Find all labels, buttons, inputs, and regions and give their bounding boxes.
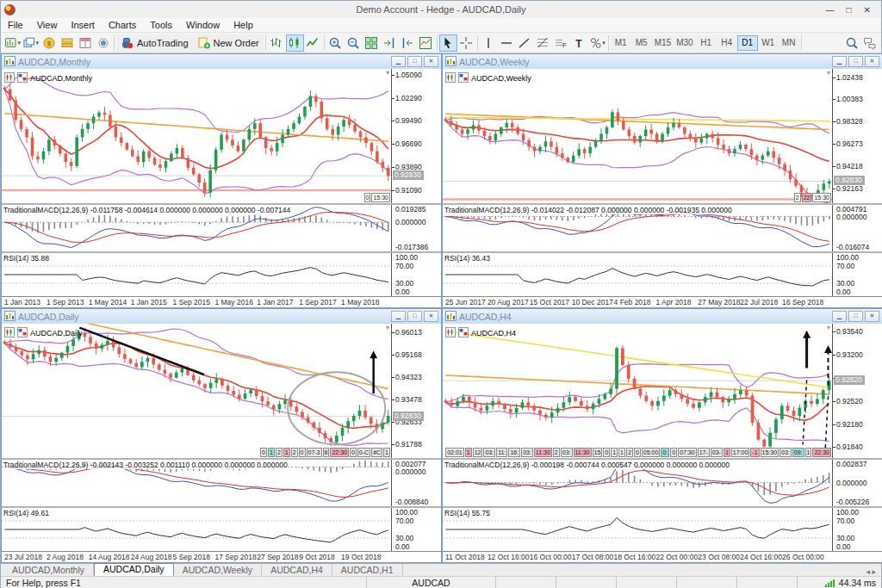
price-scale[interactable]: 0.960130.951680.943230.934780.926330.917…: [391, 324, 441, 458]
price-scale[interactable]: 1.050901.022900.994900.966900.938900.910…: [391, 69, 441, 203]
tile-windows-button[interactable]: [363, 34, 381, 52]
x-axis[interactable]: 25 Jun 201720 Aug 201715 Oct 201710 Dec …: [443, 296, 882, 307]
one-click-trading-icon[interactable]: [4, 325, 15, 341]
chart-close-button[interactable]: ✕: [865, 311, 879, 322]
tab-audcad-weekly[interactable]: AUDCAD,Weekly: [174, 564, 263, 576]
autotrading-button[interactable]: AutoTrading: [116, 34, 193, 52]
zoom-in-button[interactable]: [326, 34, 345, 52]
rsi-plot[interactable]: RSI(14) 35.88: [2, 253, 391, 296]
price-scale[interactable]: 1.024381.003830.983280.962730.942180.921…: [832, 69, 882, 203]
tab-audcad-h4[interactable]: AUDCAD,H4: [262, 564, 332, 576]
tab-audcad-daily[interactable]: AUDCAD,Daily: [94, 563, 174, 576]
rsi-scale[interactable]: 100.0070.0030.000.00: [391, 508, 441, 551]
macd-scale[interactable]: 0.0020770.000000-0.008840: [391, 460, 441, 506]
chart-minimize-button[interactable]: ▁: [832, 311, 847, 322]
maximize-icon[interactable]: □: [847, 5, 852, 15]
data-window-button[interactable]: [76, 34, 94, 52]
chart-window-titlebar[interactable]: AUDCAD,Daily▁□✕: [2, 309, 441, 324]
macd-plot[interactable]: TraditionalMACD(12,26,9) -0.014022 -0.01…: [443, 205, 832, 251]
chart-minimize-button[interactable]: ▁: [391, 56, 406, 67]
timeframe-h4-button[interactable]: H4: [717, 35, 737, 51]
tab-audcad-monthly[interactable]: AUDCAD,Monthly: [3, 564, 94, 576]
chevron-down-icon[interactable]: ▾: [827, 324, 830, 331]
one-click-trading-icon[interactable]: [4, 71, 15, 86]
timeframe-mn-button[interactable]: MN: [779, 35, 799, 51]
rsi-scale[interactable]: 100.0070.0030.000.00: [832, 253, 882, 296]
menu-window[interactable]: Window: [179, 19, 227, 31]
depth-of-market-icon[interactable]: [458, 71, 469, 86]
indicators-button[interactable]: [417, 34, 435, 52]
vertical-line-button[interactable]: [480, 34, 498, 52]
profiles-button[interactable]: ▾: [22, 34, 40, 52]
chart-minimize-button[interactable]: ▁: [832, 56, 847, 67]
grid-button[interactable]: F: [552, 34, 570, 52]
new-chart-button[interactable]: ▾: [3, 34, 22, 52]
chart-shift-button[interactable]: [399, 34, 417, 52]
menu-view[interactable]: View: [30, 19, 65, 31]
chart-window-titlebar[interactable]: AUDCAD,H4▁□✕: [443, 309, 882, 324]
timeframe-w1-button[interactable]: W1: [758, 35, 779, 51]
depth-of-market-icon[interactable]: [17, 325, 28, 341]
chart-window-weekly[interactable]: AUDCAD,Weekly▁□✕AUDCAD,Weekly▾22215:301.…: [442, 53, 882, 308]
text-button[interactable]: T: [570, 34, 588, 52]
line-chart-button[interactable]: [304, 34, 322, 52]
macd-scale[interactable]: 0.0047910.000000-0.016074: [832, 205, 882, 251]
navigator-button[interactable]: [94, 34, 112, 52]
x-axis[interactable]: 23 Jul 20182 Aug 201814 Aug 201824 Aug 2…: [2, 551, 441, 562]
crosshair-button[interactable]: [457, 34, 475, 52]
tab-audcad-h1[interactable]: AUDCAD,H1: [332, 564, 403, 576]
connection-status[interactable]: 44.34 ms: [797, 577, 881, 588]
macd-plot[interactable]: TraditionalMACD(12,26,9) -0.002143 -0.00…: [2, 460, 391, 506]
price-plot[interactable]: AUDCAD,Daily▾01212007-3822:3000-C#C1: [2, 324, 391, 458]
rsi-scale[interactable]: 100.0070.0030.000.00: [391, 253, 441, 296]
timeframe-h1-button[interactable]: H1: [696, 35, 717, 51]
price-scale[interactable]: 0.935400.932000.928600.925200.921800.918…: [832, 324, 882, 458]
zoom-out-button[interactable]: [345, 34, 363, 52]
horizontal-line-button[interactable]: [498, 34, 516, 52]
chart-minimize-button[interactable]: ▁: [391, 311, 406, 322]
bar-chart-button[interactable]: [268, 34, 286, 52]
chart-window-monthly[interactable]: AUDCAD,Monthly▁□✕AUDCAD,Monthly▾015:301.…: [1, 53, 442, 308]
x-axis[interactable]: 1 Jan 20131 Sep 20131 May 20141 Jan 2015…: [2, 296, 441, 307]
timeframe-d1-button[interactable]: D1: [737, 35, 758, 51]
chevron-down-icon[interactable]: ▾: [386, 324, 389, 331]
cursor-button[interactable]: [439, 34, 457, 52]
search-icon[interactable]: [842, 34, 860, 52]
menu-insert[interactable]: Insert: [64, 19, 102, 31]
depth-of-market-icon[interactable]: [17, 71, 28, 86]
close-icon[interactable]: ✕: [864, 5, 871, 15]
timeframe-m15-button[interactable]: M15: [652, 35, 674, 51]
macd-scale[interactable]: 0.0028370.000000-0.005226: [832, 460, 882, 506]
rsi-plot[interactable]: RSI(14) 49.61: [2, 508, 391, 551]
fibonacci-button[interactable]: [534, 34, 552, 52]
chart-window-h4[interactable]: AUDCAD,H4▁□✕AUDCAD,H4▾02:0111203:11:16:0…: [442, 308, 882, 563]
candlestick-chart-button[interactable]: [286, 34, 304, 52]
menu-charts[interactable]: Charts: [102, 19, 143, 31]
depth-of-market-icon[interactable]: [458, 325, 469, 341]
history-center-button[interactable]: [58, 34, 76, 52]
chart-close-button[interactable]: ✕: [424, 56, 438, 67]
shapes-button[interactable]: ▾: [588, 34, 606, 52]
trendline-button[interactable]: [516, 34, 534, 52]
one-click-trading-icon[interactable]: [445, 325, 456, 341]
price-plot[interactable]: AUDCAD,Weekly▾22215:30: [443, 69, 832, 203]
chart-window-daily[interactable]: AUDCAD,Daily▁□✕AUDCAD,Daily▾01212007-382…: [1, 308, 442, 563]
timeframe-m30-button[interactable]: M30: [674, 35, 695, 51]
chart-restore-button[interactable]: □: [848, 311, 863, 322]
menu-tools[interactable]: Tools: [143, 19, 179, 31]
rsi-plot[interactable]: RSI(14) 55.75: [443, 508, 832, 551]
chart-restore-button[interactable]: □: [848, 56, 863, 67]
chat-icon[interactable]: [860, 34, 879, 52]
chart-close-button[interactable]: ✕: [424, 311, 438, 322]
menu-help[interactable]: Help: [227, 19, 260, 31]
chart-close-button[interactable]: ✕: [865, 56, 879, 67]
auto-scroll-button[interactable]: [381, 34, 399, 52]
timeframe-m5-button[interactable]: M5: [631, 35, 652, 51]
price-plot[interactable]: AUDCAD,H4▾02:0111203:11:16:03:11:30203:1…: [443, 324, 832, 458]
chevron-down-icon[interactable]: ▾: [827, 69, 830, 77]
menu-file[interactable]: File: [1, 19, 30, 31]
timeframe-m1-button[interactable]: M1: [611, 35, 631, 51]
chart-restore-button[interactable]: □: [407, 56, 422, 67]
rsi-plot[interactable]: RSI(14) 36.43: [443, 253, 832, 296]
macd-scale[interactable]: 0.0192850.000000-0.017386: [391, 205, 441, 251]
